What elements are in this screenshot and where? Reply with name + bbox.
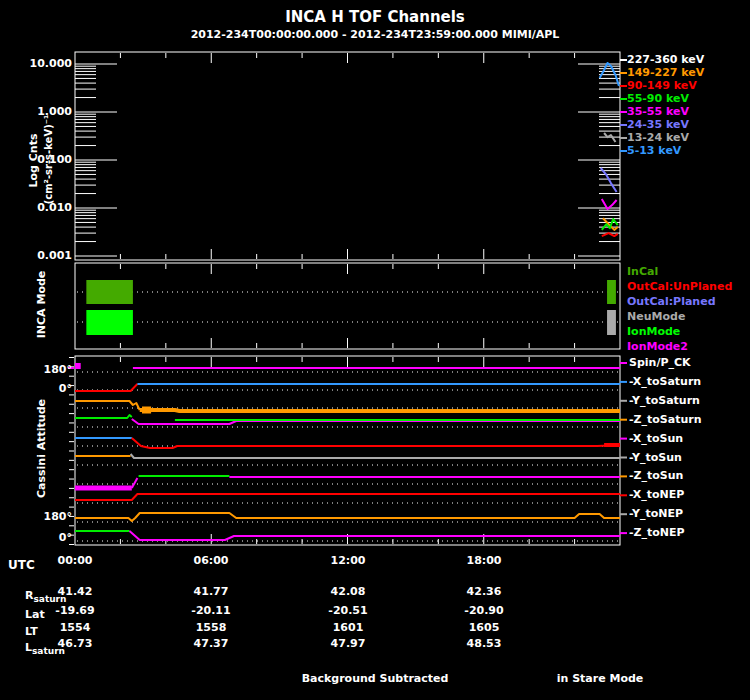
attitude-ytick-label: 180° — [20, 363, 72, 376]
utc-tick-label: 12:00 — [303, 554, 393, 567]
attitude-label: -Y_toNEP — [629, 507, 683, 520]
flux-ytick-label: 0.001 — [20, 249, 72, 262]
mode-bar-ionmode — [86, 310, 133, 335]
flux-legend-item: 227-360 keV — [627, 53, 704, 66]
ephemeris-value: 47.37 — [166, 637, 256, 650]
ephemeris-value: -20.51 — [303, 604, 393, 617]
flux-legend-item: 24-35 keV — [627, 118, 689, 131]
flux-ytick-label: 0.010 — [20, 201, 72, 214]
flux-legend-item: 90-149 keV — [627, 79, 697, 92]
attitude-label: -X_toSun — [629, 432, 683, 445]
utc-tick-label: 06:00 — [166, 554, 256, 567]
panel-frame-1 — [75, 52, 620, 260]
page-title: INCA H TOF Channels — [0, 8, 750, 26]
mode-legend-item: OutCal:UnPlaned — [627, 280, 732, 293]
attitude-trace-ysun-gray — [131, 454, 620, 458]
ephemeris-value: 42.36 — [439, 585, 529, 598]
flux-legend-item: 5-13 keV — [627, 144, 681, 157]
attitude-label: -X_toSaturn — [629, 375, 701, 388]
footer-note-left: Background Subtracted — [275, 672, 475, 685]
ephemeris-value: 48.53 — [439, 637, 529, 650]
ephemeris-value: 47.97 — [303, 637, 393, 650]
ephemeris-value: -20.11 — [166, 604, 256, 617]
mode-legend-item: IonMode — [627, 325, 680, 338]
panel-frame-2 — [75, 263, 620, 349]
flux-ytick-label: 10.000 — [20, 57, 72, 70]
attitude-trace-zsaturn-thick — [140, 410, 620, 411]
flux-trace-24-35keV — [601, 168, 617, 192]
flux-legend-item: 35-55 keV — [627, 105, 689, 118]
flux-legend-item: 149-227 keV — [627, 66, 704, 79]
attitude-label: -X_toNEP — [629, 488, 684, 501]
mode-legend-item: IonMode2 — [627, 340, 688, 353]
ephemeris-value: 1558 — [166, 621, 256, 634]
attitude-trace-green-left — [75, 415, 132, 418]
attitude-trace-xsaturn-pre — [75, 384, 137, 391]
ephemeris-value: 46.73 — [30, 637, 120, 650]
attitude-label: -Z_toSun — [629, 469, 683, 482]
attitude-trace-zsaturn-pre — [75, 401, 140, 410]
ephemeris-value: -19.69 — [30, 604, 120, 617]
attitude-trace-xsun-red — [132, 438, 620, 448]
attitude-label: -Z_toSaturn — [629, 413, 702, 426]
flux-ytick-label: 0.100 — [20, 153, 72, 166]
ephemeris-value: 41.42 — [30, 585, 120, 598]
attitude-trace-znep-magenta — [130, 531, 621, 540]
mode-legend-item: OutCal:Planed — [627, 295, 716, 308]
ephemeris-value: 1601 — [303, 621, 393, 634]
footer-note-right: in Stare Mode — [535, 672, 665, 685]
attitude-trace-zsun-rise — [132, 478, 138, 488]
flux-legend-item: 55-90 keV — [627, 92, 689, 105]
mode-bar-incal — [607, 280, 616, 304]
utc-tick-label: 00:00 — [30, 554, 120, 567]
attitude-ytick-label: 0° — [20, 382, 72, 395]
utc-tick-label: 18:00 — [439, 554, 529, 567]
attitude-label: -Y_toSaturn — [629, 394, 700, 407]
attitude-ytick-label: 0° — [20, 531, 72, 544]
ephemeris-value: -20.90 — [439, 604, 529, 617]
mode-bar-incal — [86, 280, 133, 304]
attitude-label: -Y_toSun — [629, 451, 682, 464]
mode-legend-item: NeuMode — [627, 310, 685, 323]
page-subtitle: 2012-234T00:00:00.000 - 2012-234T23:59:0… — [0, 28, 750, 41]
attitude-trace-ynep-orange — [75, 513, 620, 521]
ephemeris-value: 1554 — [30, 621, 120, 634]
attitude-trace-xnep-red — [75, 494, 620, 500]
ephemeris-value: 1605 — [439, 621, 529, 634]
ephemeris-value: 42.08 — [303, 585, 393, 598]
flux-legend-item: 13-24 keV — [627, 131, 689, 144]
attitude-label: -Z_toNEP — [629, 526, 685, 539]
mode-bar-neumode — [607, 310, 616, 335]
mode-legend-item: InCal — [627, 265, 658, 278]
attitude-ytick-label: 180° — [20, 510, 72, 523]
inca-summary-plot: INCA H TOF Channels 2012-234T00:00:00.00… — [0, 0, 750, 700]
ephemeris-value: 41.77 — [166, 585, 256, 598]
flux-ytick-label: 1.000 — [20, 105, 72, 118]
attitude-label: Spin/P_CK — [629, 356, 691, 369]
